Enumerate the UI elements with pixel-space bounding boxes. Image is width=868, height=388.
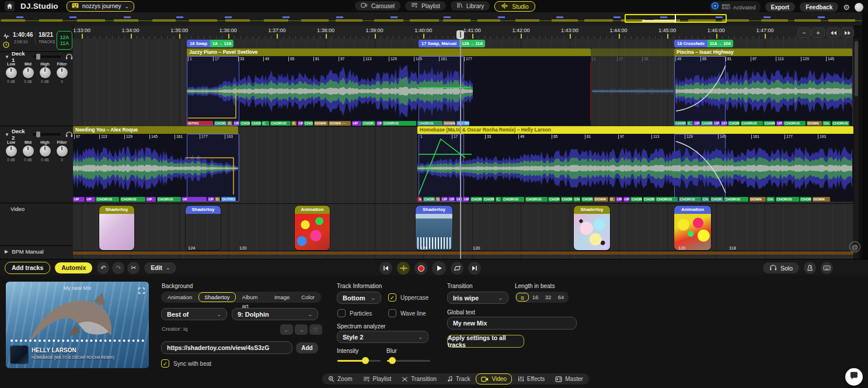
bpm-track-header[interactable]: ▶ BPM Manual [5, 248, 44, 255]
bottom-tab-track[interactable]: Track [442, 374, 475, 384]
section-chip-up[interactable]: UP [86, 197, 95, 202]
record-button[interactable] [414, 262, 427, 275]
play-button[interactable] [432, 261, 446, 275]
eq-knob-high[interactable]: High0 dB [37, 62, 53, 84]
knob-dial[interactable] [57, 67, 68, 78]
section-chip-up[interactable]: UP [377, 121, 382, 126]
deck-1-volume-slider[interactable] [33, 56, 61, 58]
section-chip-up[interactable]: UP [352, 121, 361, 126]
transition-box-deck2[interactable] [419, 134, 464, 202]
section-chip-chorus[interactable]: CHOR. [764, 121, 775, 126]
shader-url-input[interactable]: https://shadertoy.com/view/4sS3zG [161, 341, 292, 354]
project-selector[interactable]: nozzys journey ⌄ [67, 1, 134, 12]
section-chip-up[interactable]: UP [73, 197, 85, 202]
section-chip-chorus[interactable]: CHORUS [832, 121, 849, 126]
nav-tab-playlist[interactable]: Playlist [405, 1, 446, 11]
add-tracks-button[interactable]: Add tracks [5, 262, 50, 274]
eq-knob-low[interactable]: Low0 dB [4, 62, 19, 84]
section-chip-down[interactable]: DOWN [750, 197, 766, 202]
section-chip-chorus[interactable]: CHOR. [470, 197, 482, 202]
section-chip-chorus[interactable]: CHOR. [240, 121, 250, 126]
apply-settings-button[interactable]: Apply settings to all tracks [447, 335, 524, 348]
solo-button[interactable]: Solo [763, 262, 799, 273]
section-chip-chorus[interactable]: CHOR. [362, 121, 375, 126]
knob-dial[interactable] [40, 146, 51, 157]
video-clip[interactable]: Shadertoy [99, 206, 134, 250]
section-chip-chorus[interactable]: C. [496, 197, 501, 202]
transition-box-deck2[interactable] [674, 134, 726, 202]
section-chip-chorus[interactable]: CHOR. [630, 197, 642, 202]
uppercase-checkbox[interactable]: ✓ [388, 293, 396, 302]
accessibility-icon[interactable]: @ [849, 241, 860, 252]
bpm-automation-line[interactable] [73, 252, 853, 254]
track-header[interactable]: Piscina – Isaac Highway [674, 49, 852, 56]
track-header-ghost[interactable] [591, 49, 674, 56]
transition-marker[interactable]: 17 Swap, Manual12A → 11A [419, 40, 485, 47]
video-clip[interactable]: Animation [674, 206, 711, 250]
timeline-canvas[interactable]: Jazzy Piano – Pavel Svetlove117334965819… [73, 39, 853, 259]
sync-with-beat-row[interactable]: ✓ Sync with beat [161, 359, 211, 368]
section-chip-up[interactable]: UP [298, 121, 303, 126]
redo-button[interactable]: ↷ [112, 262, 124, 274]
next-shader-button[interactable]: → [295, 324, 308, 335]
deck-2-header[interactable]: ▼ Deck 2 [0, 130, 73, 138]
spectrum-style-dropdown[interactable]: Style 2⌄ [337, 331, 428, 343]
transition-box-deck2[interactable] [187, 134, 239, 202]
section-chip-chorus[interactable]: CHOR. [800, 197, 811, 202]
edit-menu-button[interactable]: Edit⌄ [144, 262, 176, 273]
length-option-32[interactable]: 32 [542, 293, 555, 302]
eq-knob-high[interactable]: High0 dB [37, 140, 53, 162]
section-chip-down[interactable]: DOWN [807, 121, 822, 126]
add-shader-button[interactable]: Add [296, 342, 318, 354]
skip-to-end-button[interactable] [468, 262, 481, 275]
background-tab-image[interactable]: Image [269, 293, 295, 302]
transition-marker[interactable]: 16 Swap1A → 12A [187, 40, 233, 47]
section-chip-up[interactable]: UP [146, 197, 156, 202]
section-chip-down[interactable]: DOWN [314, 121, 328, 126]
section-chip-chorus[interactable]: CHOR. [581, 197, 593, 202]
eq-knob-filter[interactable]: Filter0 [54, 62, 69, 84]
section-chip-up[interactable]: UP [623, 197, 630, 202]
transition-type-dropdown[interactable]: Iris wipe⌄ [447, 292, 508, 304]
transition-box-deck1[interactable] [674, 56, 726, 126]
video-clip[interactable]: Shadertoy [416, 206, 452, 250]
track-header[interactable]: Jazzy Piano – Pavel Svetlove [187, 49, 591, 56]
prev-shader-button[interactable]: ← [280, 324, 293, 335]
transition-box-deck1[interactable] [419, 56, 464, 126]
section-chip-chorus[interactable]: CHOR. [304, 121, 313, 126]
background-tab-color[interactable]: Color [296, 293, 320, 302]
section-chip-up[interactable]: UP [616, 197, 622, 202]
eq-knob-mid[interactable]: Mid0 dB [20, 62, 36, 84]
headphones-icon[interactable] [65, 51, 73, 62]
eq-knob-mid[interactable]: Mid0 dB [20, 140, 36, 162]
user-avatar[interactable] [855, 3, 863, 12]
eq-knob-low[interactable]: Low0 dB [4, 140, 19, 162]
loop-button[interactable] [451, 262, 463, 275]
shadertoy-preset-dropdown[interactable]: 9: Dolphin⌄ [232, 308, 318, 320]
bottom-tab-effects[interactable]: Effects [513, 374, 549, 384]
knob-dial[interactable] [40, 67, 51, 78]
uppercase-row[interactable]: ✓ Uppercase [388, 293, 428, 302]
section-chip-chorus[interactable]: CHORUS [120, 197, 145, 202]
cut-button[interactable]: ✂ [127, 262, 140, 274]
bottom-tab-zoom[interactable]: Zoom [323, 374, 357, 384]
track-header[interactable]: Homebase (Ma.to & Oscar Rocha Remix) – H… [417, 126, 853, 134]
metronome-button[interactable] [804, 262, 816, 274]
section-chip-chorus[interactable]: CHOR. [548, 197, 560, 202]
track-header[interactable]: Needing You – Alex Roque [73, 126, 238, 134]
section-chip-chorus[interactable]: CHORUS [525, 197, 548, 202]
section-chip-chorus[interactable]: CHORUS [270, 121, 291, 126]
section-chip-chorus[interactable]: CHORUS [382, 121, 416, 126]
text-position-dropdown[interactable]: Bottom⌄ [337, 292, 381, 304]
section-chip-chorus[interactable]: CH. [573, 197, 580, 202]
rewind-button[interactable] [827, 27, 840, 38]
section-chip-chorus[interactable]: CHORUS [502, 197, 524, 202]
background-tab-animation[interactable]: Animation [162, 293, 197, 302]
background-tab-album-art[interactable]: Album art [237, 293, 268, 302]
wave-line-checkbox[interactable]: ✓ [388, 309, 396, 317]
undo-button[interactable]: ↶ [97, 262, 109, 274]
settings-gear-icon[interactable]: ⚙ [843, 3, 850, 12]
section-chip-chorus[interactable]: CHOR. [561, 197, 573, 202]
knob-dial[interactable] [23, 146, 34, 157]
particles-row[interactable]: ✓ Particles [337, 309, 372, 317]
